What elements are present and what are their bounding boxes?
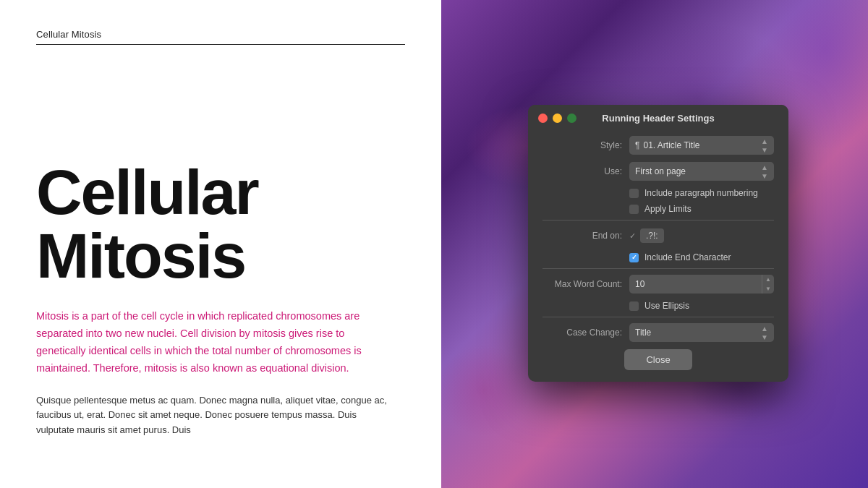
apply-limits-row: Apply Limits	[542, 204, 774, 214]
document-intro: Mitosis is a part of the cell cycle in w…	[36, 308, 391, 377]
dialog-body: Style: ¶ 01. Article Title ▲ ▼ Use:	[528, 130, 788, 382]
minimize-button-traffic[interactable]	[553, 114, 562, 123]
paragraph-numbering-checkbox[interactable]	[629, 189, 639, 198]
end-on-label: End on:	[542, 231, 622, 241]
max-word-count-spinbox[interactable]: 10 ▲ ▼	[629, 275, 774, 294]
paragraph-numbering-row: Include paragraph numbering	[542, 188, 774, 198]
case-change-select-arrow: ▲ ▼	[761, 325, 768, 341]
style-select[interactable]: ¶ 01. Article Title ▲ ▼	[629, 136, 774, 155]
case-change-select[interactable]: Title ▲ ▼	[629, 323, 774, 342]
document-header-line	[36, 44, 405, 45]
close-button-traffic[interactable]	[538, 114, 548, 123]
paragraph-numbering-label: Include paragraph numbering	[644, 188, 758, 198]
style-select-arrow: ▲ ▼	[761, 137, 768, 154]
end-character-label: Include End Character	[644, 252, 731, 262]
style-value: 01. Article Title	[643, 140, 699, 150]
end-on-row: End on: ✓ .?!:	[542, 226, 774, 245]
use-select-arrow: ▲ ▼	[761, 163, 768, 180]
traffic-lights	[538, 114, 576, 123]
image-panel: Running Header Settings Style: ¶ 01. Art…	[441, 0, 868, 488]
divider-1	[542, 220, 774, 221]
style-label: Style:	[542, 140, 622, 150]
document-header-title: Cellular Mitosis	[36, 29, 405, 40]
divider-2	[542, 268, 774, 269]
end-on-value: ✓ .?!:	[629, 228, 664, 243]
divider-3	[542, 317, 774, 317]
apply-limits-checkbox[interactable]	[629, 205, 639, 214]
document-body: Quisque pellentesque metus ac quam. Done…	[36, 393, 391, 438]
end-character-row: Include End Character	[542, 252, 774, 262]
end-on-chevron-icon[interactable]: ✓	[629, 231, 636, 241]
close-dialog-button[interactable]: Close	[624, 349, 692, 370]
use-label: Use:	[542, 166, 622, 176]
spinbox-arrows: ▲ ▼	[762, 275, 774, 294]
spinbox-down-arrow[interactable]: ▼	[762, 284, 774, 294]
end-on-chars: .?!:	[640, 228, 664, 243]
apply-limits-label: Apply Limits	[644, 204, 692, 214]
paragraph-icon: ¶	[635, 140, 639, 150]
document-panel: Cellular Mitosis Cellular Mitosis Mitosi…	[0, 0, 441, 488]
spinbox-up-arrow[interactable]: ▲	[762, 275, 774, 284]
style-row: Style: ¶ 01. Article Title ▲ ▼	[542, 136, 774, 155]
max-word-count-row: Max Word Count: 10 ▲ ▼	[542, 275, 774, 294]
dialog-titlebar: Running Header Settings	[528, 105, 788, 130]
dialog-title: Running Header Settings	[602, 113, 714, 124]
max-word-count-value: 10	[629, 279, 762, 289]
case-change-row: Case Change: Title ▲ ▼	[542, 323, 774, 342]
use-row: Use: First on page ▲ ▼	[542, 162, 774, 181]
use-ellipsis-row: Use Ellipsis	[542, 301, 774, 311]
running-header-dialog: Running Header Settings Style: ¶ 01. Art…	[528, 105, 788, 382]
use-select[interactable]: First on page ▲ ▼	[629, 162, 774, 181]
max-word-count-label: Max Word Count:	[542, 279, 622, 289]
case-change-label: Case Change:	[542, 328, 622, 338]
end-character-checkbox[interactable]	[629, 253, 639, 262]
use-ellipsis-label: Use Ellipsis	[644, 301, 689, 311]
case-change-value: Title	[635, 328, 651, 338]
use-ellipsis-checkbox[interactable]	[629, 301, 639, 311]
document-main-title: Cellular Mitosis	[36, 160, 405, 288]
maximize-button-traffic[interactable]	[567, 114, 576, 123]
use-value: First on page	[635, 166, 686, 176]
